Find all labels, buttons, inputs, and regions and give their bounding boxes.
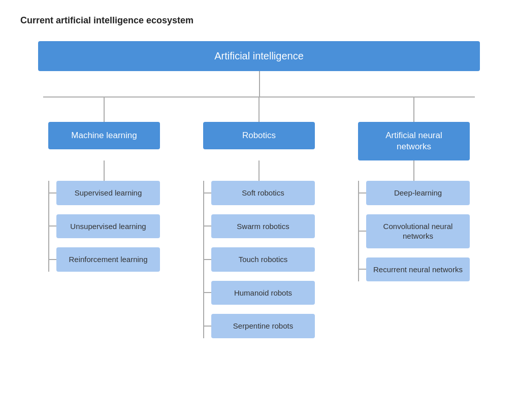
page-title: Current artificial intelligence ecosyste… [20,15,498,26]
node-machine-learning: Machine learning [48,122,160,149]
nodes-robotics: Soft robotics Swarm robotics Touch robot… [211,181,315,338]
branch-top-line-2 [258,96,260,122]
node-rnn: Recurrent neural networks [366,257,470,282]
root-connector [20,71,498,96]
node-supervised-learning: Supervised learning [56,181,160,205]
branch-ann: Artificial neural networks [353,96,475,160]
node-humanoid-robots: Humanoid robots [211,281,315,305]
nodes-ann: Deep-learning Convolutional neural netwo… [366,181,470,281]
branch-top-line-3 [413,96,414,122]
node-swarm-robotics: Swarm robotics [211,214,315,239]
nodes-ml: Supervised learning Unsupervised learnin… [56,181,160,272]
diagram: Current artificial intelligence ecosyste… [20,15,498,338]
node-ann: Artificial neural networks [358,122,470,160]
node-reinforcement-learning: Reinforcement learning [56,247,160,272]
sub-section: Supervised learning Unsupervised learnin… [20,160,498,338]
branch-machine-learning: Machine learning [43,96,165,149]
bracket-robotics: Soft robotics Swarm robotics Touch robot… [203,181,315,338]
sub-vline-robotics [258,160,260,181]
bracket-ml: Supervised learning Unsupervised learnin… [48,181,160,272]
horizontal-bar [43,96,475,98]
sub-vline-ann [413,160,414,181]
bracket-ann: Deep-learning Convolutional neural netwo… [358,181,470,281]
node-serpentine-robots: Serpentine robots [211,314,315,338]
branch-robotics: Robotics [198,96,320,149]
node-touch-robotics: Touch robotics [211,247,315,272]
node-robotics: Robotics [203,122,315,149]
hbar-row: Machine learning Robotics Artificial neu… [20,96,498,160]
sub-vline-ml [104,160,105,181]
sub-branch-ml: Supervised learning Unsupervised learnin… [43,160,165,338]
node-deep-learning: Deep-learning [366,181,470,205]
branch-top-line-1 [104,96,105,122]
sub-branch-ann: Deep-learning Convolutional neural netwo… [353,160,475,338]
sub-branch-robotics: Soft robotics Swarm robotics Touch robot… [198,160,320,338]
node-cnn: Convolutional neural networks [366,214,470,248]
node-soft-robotics: Soft robotics [211,181,315,205]
root-node: Artificial intelligence [38,41,480,71]
node-unsupervised-learning: Unsupervised learning [56,214,160,239]
